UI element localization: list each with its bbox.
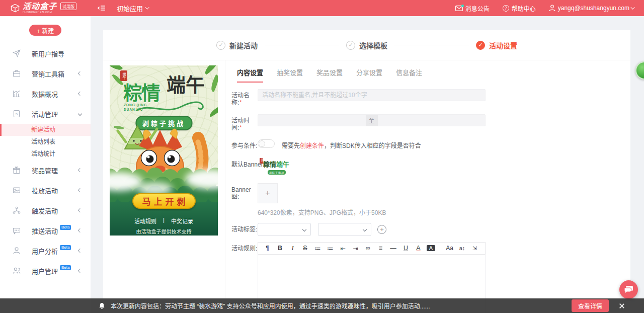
condition-toggle[interactable] (258, 139, 275, 148)
field-activity-tags: 活动标签: + (231, 223, 630, 236)
chevron-left-icon (78, 249, 82, 253)
sidebar-item-user-analysis[interactable]: 用户分析Beta (0, 241, 91, 261)
activity-name-input[interactable] (258, 89, 486, 101)
horizontal-rule-icon[interactable]: — (387, 245, 399, 252)
messages-link[interactable]: 消息公告 (455, 4, 490, 13)
help-center-link[interactable]: ? 帮助中心 (503, 4, 536, 13)
sidebar-item-data-overview[interactable]: 数据概况 (0, 84, 91, 104)
bullet-list-icon[interactable]: ≔ (311, 245, 324, 252)
sidebar-item-new-user-guide[interactable]: 新用户指导 (0, 43, 91, 63)
main-content-card: ✓ 新建活动 ✓ 选择模板 ✓ 活动设置 端午 粽情 端午 ZONG QINGD… (103, 30, 630, 313)
field-label: 活动规则: (231, 242, 258, 252)
strikethrough-icon[interactable]: S (299, 245, 311, 252)
tab-info-notes[interactable]: 信息备注 (396, 67, 422, 83)
app-selector-dropdown[interactable]: 初始应用 (117, 4, 149, 13)
toggle-knob (259, 140, 265, 147)
sidebar-item-marketing-toolbox[interactable]: 营销工具箱 (0, 63, 91, 84)
step-new-activity: ✓ 新建活动 (216, 40, 258, 50)
gift-icon (13, 166, 21, 174)
paragraph-icon[interactable]: ¶ (261, 245, 274, 252)
sidebar-collapse-icon[interactable] (98, 5, 106, 12)
sidebar-item-activity-management[interactable]: 5 活动管理 (0, 104, 91, 124)
envelope-icon (455, 6, 463, 11)
submenu-item-activity-list[interactable]: 活动列表 (0, 136, 91, 148)
poster-link-divider: | (163, 217, 165, 225)
tab-lottery-settings[interactable]: 抽奖设置 (277, 67, 303, 83)
app-logo[interactable]: 活动盒子 HUODONGHEZI.COM 试用版 (0, 3, 91, 14)
sidebar-item-trigger-activity[interactable]: 触发活动 (0, 200, 91, 220)
step-connector (265, 45, 339, 45)
default-banner-image: 端午 粽情端午 剥粽子挑战 (260, 158, 292, 178)
help-label: 帮助中心 (512, 4, 536, 13)
field-label: 活动时间:* (231, 114, 258, 132)
sidebar-item-push-activity[interactable]: 推送活动Beta (0, 220, 91, 241)
align-icon[interactable]: ≡ (374, 245, 387, 252)
font-family-icon[interactable]: Aa (443, 245, 456, 252)
field-label: 活动名称:* (231, 89, 258, 107)
new-activity-button[interactable]: + 新建 (29, 25, 61, 36)
sidebar-item-label: 投放活动 (32, 186, 78, 195)
tag-select-1[interactable] (258, 223, 311, 236)
end-date-input[interactable] (378, 115, 486, 126)
outdent-icon[interactable]: ⇤ (337, 245, 349, 252)
add-tag-button[interactable]: + (377, 225, 386, 234)
submenu-item-activity-stats[interactable]: 活动统计 (0, 148, 91, 160)
step-connector (394, 45, 469, 45)
mini-banner-title: 粽情端午 (263, 159, 289, 169)
view-details-button[interactable]: 查看详情 (572, 299, 609, 312)
field-label: 默认Banner图: (231, 158, 258, 168)
field-participation-condition: 参与条件: 需要先创建条件，判断SDK传入相应的字段是否符合 (231, 139, 630, 149)
chevron-left-icon (78, 208, 82, 212)
submenu-item-new-activity[interactable]: 新建活动 (0, 124, 91, 136)
sidebar-item-prize-management[interactable]: 奖品管理 (0, 160, 91, 180)
announcement-bar: 本次更新内容包括：劳动节主题 “装水游戏” 支持公众号和应用内使用，通过手速类的… (0, 298, 644, 313)
calendar-icon: 5 (13, 110, 21, 118)
chevron-left-icon (78, 71, 82, 75)
sidebar-item-placement-activity[interactable]: 投放活动 (0, 180, 91, 200)
create-condition-link[interactable]: 创建条件 (300, 142, 324, 149)
floating-service-badge[interactable] (635, 61, 644, 80)
step-choose-template: ✓ 选择模板 (346, 40, 387, 50)
sidebar: + 新建 新用户指导 营销工具箱 数据概况 5 活动管理 新建活动 活动列表 活… (0, 16, 91, 313)
top-header: 活动盒子 HUODONGHEZI.COM 试用版 初始应用 消息公告 ? 帮助中… (0, 0, 644, 16)
poster-records-link: 中奖记录 (171, 217, 193, 225)
numbered-list-icon[interactable]: ≔ (324, 245, 337, 252)
field-banner-upload: Banner图: + 640*320像素，支持PNG、JPG格式，小于50KB (231, 183, 630, 216)
tag-select-2[interactable] (318, 223, 371, 236)
italic-icon[interactable]: I (286, 245, 299, 252)
indent-icon[interactable]: ⇥ (349, 245, 362, 252)
account-menu[interactable]: yangq@shushangyun.com (549, 5, 635, 12)
tab-content-settings[interactable]: 内容设置 (237, 67, 263, 83)
bold-icon[interactable]: B (274, 245, 286, 252)
font-color-icon[interactable]: A (412, 245, 425, 252)
tab-prize-settings[interactable]: 奖品设置 (316, 67, 343, 83)
sidebar-item-label: 用户管理Beta (32, 266, 78, 276)
tab-share-settings[interactable]: 分享设置 (356, 67, 382, 83)
banner-upload-box[interactable]: + (258, 183, 278, 203)
fullscreen-icon[interactable]: ⇲ (468, 245, 481, 252)
underline-icon[interactable]: U (399, 245, 412, 252)
mini-seal: 端午 (260, 158, 263, 164)
font-size-icon[interactable]: a↕ (456, 245, 468, 251)
messages-label: 消息公告 (465, 4, 490, 13)
chat-fab-button[interactable] (619, 280, 638, 299)
activity-submenu: 新建活动 活动列表 活动统计 (0, 124, 91, 160)
sidebar-item-user-management[interactable]: 用户管理Beta (0, 261, 91, 281)
step-label: 新建活动 (229, 40, 258, 50)
close-icon[interactable] (619, 303, 625, 309)
step-indicator: ✓ 新建活动 ✓ 选择模板 ✓ 活动设置 (103, 30, 630, 60)
date-range-separator: 至 (366, 115, 378, 126)
highlight-color-icon[interactable]: A (427, 245, 435, 251)
sidebar-item-label: 营销工具箱 (32, 69, 78, 79)
beta-badge: Beta (60, 245, 71, 250)
paper-plane-icon (13, 49, 21, 57)
sidebar-item-label: 推送活动Beta (32, 226, 78, 236)
user-icon (549, 5, 555, 12)
beta-badge: Beta (60, 265, 71, 270)
start-date-input[interactable] (258, 115, 366, 126)
link-icon[interactable]: ∞ (362, 245, 374, 252)
field-activity-name: 活动名称:* (231, 89, 630, 107)
date-range-picker[interactable]: 至 (258, 114, 486, 126)
logo-cube-icon (10, 3, 20, 13)
image-icon (13, 186, 21, 194)
